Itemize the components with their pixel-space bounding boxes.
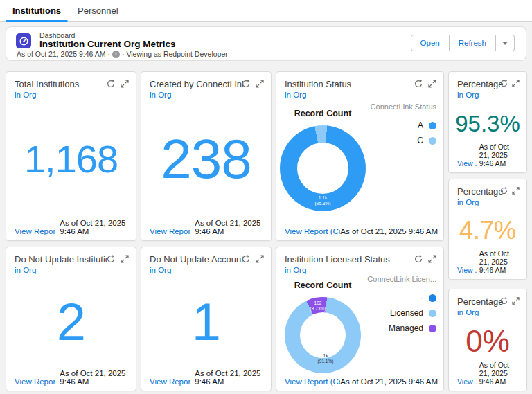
in-org-link[interactable]: in Org bbox=[285, 91, 306, 99]
expand-icon[interactable] bbox=[428, 80, 436, 88]
expand-icon[interactable] bbox=[512, 80, 520, 87]
open-button[interactable]: Open bbox=[411, 35, 450, 51]
in-org-link[interactable]: in Org bbox=[15, 91, 36, 99]
card-title: Percentage o... bbox=[457, 186, 503, 197]
in-org-link[interactable]: in Org bbox=[150, 91, 171, 99]
chart-title: Record Count bbox=[276, 109, 369, 118]
info-icon[interactable]: i bbox=[112, 51, 120, 58]
view-report-link[interactable]: View ... bbox=[457, 377, 477, 386]
card-as-of: As of Oct 21, 2025 9:46 AM bbox=[60, 219, 130, 235]
expand-icon[interactable] bbox=[428, 255, 436, 263]
card-as-of: As of Oct 21, 2025 9:46 AM bbox=[60, 369, 130, 386]
metric-value: 0% bbox=[466, 326, 510, 357]
donut-segment-label: 1k (91.1%) bbox=[308, 353, 343, 364]
tab-bar: Institutions Personnel bbox=[0, 0, 532, 22]
card-title: Total Institutions bbox=[15, 79, 108, 89]
in-org-link[interactable]: in Org bbox=[457, 91, 479, 99]
legend-item[interactable]: Managed bbox=[389, 323, 436, 333]
page-title: Institution Current Org Metrics bbox=[39, 39, 176, 49]
refresh-icon[interactable] bbox=[500, 80, 508, 87]
legend-dot bbox=[429, 122, 436, 129]
legend-label: C bbox=[417, 136, 423, 145]
refresh-icon[interactable] bbox=[500, 187, 508, 195]
card-institution-status: Institution Status in Org Record Count 1… bbox=[276, 71, 444, 241]
legend-item[interactable]: - bbox=[420, 293, 436, 303]
card-do-not-update-institutions: Do Not Update Institutions in Org 2 View… bbox=[6, 247, 136, 391]
card-percentage-mid: Percentage o... in Org 4.7% View ... As … bbox=[448, 179, 527, 280]
metric-value: 4.7% bbox=[459, 218, 516, 243]
card-title: Do Not Update Account Hi... bbox=[150, 254, 243, 265]
in-org-link[interactable]: in Org bbox=[150, 266, 171, 274]
in-org-link[interactable]: in Org bbox=[285, 266, 306, 274]
card-as-of: As of Oct 21, 2025 9:46 AM bbox=[195, 369, 265, 386]
legend-dot bbox=[429, 294, 436, 302]
refresh-icon[interactable] bbox=[414, 255, 423, 263]
expand-icon[interactable] bbox=[121, 80, 129, 88]
refresh-icon[interactable] bbox=[107, 80, 115, 88]
donut-segment-label: 102 (8.73%) bbox=[301, 301, 335, 312]
dashboard-header: Dashboard Institution Current Org Metric… bbox=[6, 26, 526, 61]
view-report-link[interactable]: View Report (C... bbox=[150, 227, 190, 235]
card-do-not-update-account-history: Do Not Update Account Hi... in Org 1 Vie… bbox=[141, 247, 272, 391]
card-as-of: As of Oct 21, 2025 9:46 AM bbox=[340, 227, 438, 235]
legend-label: - bbox=[420, 293, 423, 303]
legend-item[interactable]: Licensed bbox=[390, 308, 436, 318]
refresh-icon[interactable] bbox=[242, 80, 250, 88]
expand-icon[interactable] bbox=[512, 297, 520, 305]
legend-label: A bbox=[418, 120, 423, 130]
tab-personnel[interactable]: Personnel bbox=[69, 0, 127, 21]
view-report-link[interactable]: View ... bbox=[457, 266, 477, 274]
separator: · bbox=[122, 50, 125, 58]
view-report-link[interactable]: View ... bbox=[457, 159, 477, 168]
card-as-of: As of Oct 21, 2025 9:46 AM bbox=[479, 249, 521, 274]
dashboard-page: Institutions Personnel Dashboard Institu… bbox=[0, 0, 532, 394]
legend-label: Managed bbox=[389, 323, 423, 333]
card-as-of: As of Oct 21, 2025 9:46 AM bbox=[340, 377, 438, 386]
view-report-link[interactable]: View Report (ConnectLink ... bbox=[285, 377, 340, 386]
view-report-link[interactable]: View Report (C... bbox=[15, 227, 55, 235]
card-title: Do Not Update Institutions bbox=[15, 254, 108, 265]
metric-value: 238 bbox=[161, 132, 251, 187]
metric-value: 95.3% bbox=[455, 112, 520, 135]
header-actions: Open Refresh bbox=[411, 35, 515, 51]
legend-title: ConnectLink Status bbox=[371, 102, 436, 111]
card-title: Institution Licensed Status bbox=[285, 254, 416, 265]
in-org-link[interactable]: in Org bbox=[457, 308, 479, 316]
card-as-of: As of Oct 21, 2025 9:46 AM bbox=[195, 219, 265, 235]
card-as-of: As of Oct 21, 2025 9:46 AM bbox=[479, 143, 521, 168]
separator: · bbox=[107, 50, 110, 58]
metric-value: 1 bbox=[192, 296, 220, 348]
expand-icon[interactable] bbox=[256, 255, 264, 263]
refresh-icon[interactable] bbox=[500, 297, 508, 305]
donut-segment-label: 1.1k (95.3%) bbox=[302, 195, 344, 206]
card-title: Percentage o... bbox=[457, 79, 503, 89]
legend-dot bbox=[429, 325, 436, 332]
refresh-button[interactable]: Refresh bbox=[450, 35, 496, 51]
expand-icon[interactable] bbox=[512, 187, 520, 195]
chart-legend: ConnectLink Licen... - Licensed Managed bbox=[367, 275, 436, 333]
legend-item[interactable]: A bbox=[418, 120, 436, 130]
view-report-link[interactable]: View Report (C... bbox=[15, 377, 55, 386]
chart-legend: ConnectLink Status A C bbox=[371, 102, 436, 145]
dashboard-subtitle: As of Oct 21, 2025 9:46 AM · i · Viewing… bbox=[17, 50, 228, 58]
view-report-link[interactable]: View Report (C... bbox=[150, 377, 190, 386]
metric-value: 1,168 bbox=[24, 140, 118, 179]
refresh-icon[interactable] bbox=[242, 255, 250, 263]
card-percentage-top: Percentage o... in Org 95.3% View ... As… bbox=[448, 71, 527, 173]
refresh-icon[interactable] bbox=[414, 80, 423, 88]
card-institution-licensed-status: Institution Licensed Status in Org Recor… bbox=[276, 247, 444, 391]
dashboard-icon bbox=[16, 33, 31, 48]
expand-icon[interactable] bbox=[256, 80, 264, 88]
in-org-link[interactable]: in Org bbox=[457, 198, 479, 206]
expand-icon[interactable] bbox=[121, 255, 129, 263]
card-total-institutions: Total Institutions in Org 1,168 View Rep… bbox=[6, 71, 136, 241]
view-report-link[interactable]: View Report (ConnectLink ... bbox=[285, 227, 340, 235]
tab-institutions[interactable]: Institutions bbox=[4, 0, 69, 21]
more-actions-button[interactable] bbox=[496, 35, 515, 51]
viewing-as-text: Viewing as Redpoint Developer bbox=[126, 50, 227, 58]
card-title: Created by ConnectLink I... bbox=[150, 79, 243, 89]
refresh-icon[interactable] bbox=[107, 255, 115, 263]
legend-item[interactable]: C bbox=[417, 136, 436, 145]
in-org-link[interactable]: in Org bbox=[15, 266, 36, 274]
legend-label: Licensed bbox=[390, 308, 423, 318]
